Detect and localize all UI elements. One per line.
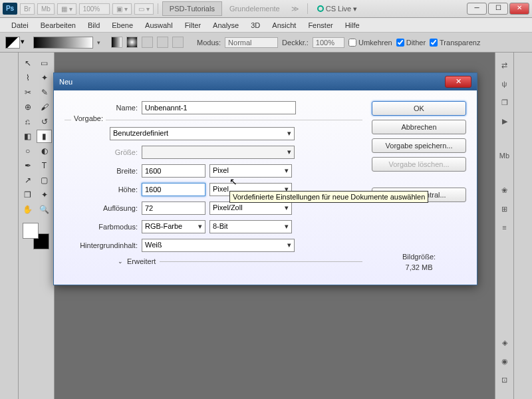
panel-icon[interactable]: ▶ (499, 115, 511, 127)
color-swatches[interactable] (23, 223, 49, 249)
collapsed-panel-right[interactable] (513, 53, 532, 399)
height-input[interactable] (142, 183, 205, 196)
panel-icon[interactable]: ◉ (499, 355, 511, 367)
panel-icon[interactable]: ≡ (499, 221, 511, 233)
resolution-label: Auflösung: (65, 204, 138, 212)
window-close-button[interactable]: ✕ (509, 3, 529, 15)
reverse-checkbox[interactable]: Umkehren (348, 39, 392, 47)
panel-icon[interactable]: ⊡ (499, 374, 511, 386)
menu-3d[interactable]: 3D (245, 19, 266, 31)
blur-tool-icon[interactable]: ○ (20, 144, 35, 158)
hand-tool-icon[interactable]: ✋ (20, 203, 35, 216)
bitdepth-dropdown[interactable]: 8-Bit (209, 220, 292, 233)
window-minimize-button[interactable]: ─ (467, 3, 487, 15)
brush-tool-icon[interactable]: 🖌 (37, 100, 52, 114)
menu-analyse[interactable]: Analyse (207, 19, 245, 31)
panel-icon[interactable]: ⇄ (499, 59, 511, 71)
name-input[interactable] (142, 101, 296, 114)
lasso-tool-icon[interactable]: ⌇ (20, 71, 35, 84)
more-tabs-icon[interactable]: ≫ (287, 5, 303, 13)
save-preset-button[interactable]: Vorgabe speichern... (372, 138, 466, 153)
panel-icon[interactable]: ◈ (499, 336, 511, 348)
workspace-tab-psd[interactable]: PSD-Tutorials (162, 1, 222, 16)
heal-tool-icon[interactable]: ⊕ (20, 100, 35, 114)
dither-checkbox[interactable]: Dither (396, 39, 426, 47)
menu-hilfe[interactable]: Hilfe (339, 19, 366, 31)
width-input[interactable] (142, 164, 205, 178)
cancel-button[interactable]: Abbrechen (372, 120, 466, 134)
gradient-angular-icon[interactable] (142, 37, 153, 48)
opacity-dropdown[interactable]: 100% (313, 37, 344, 48)
menu-fenster[interactable]: Fenster (302, 19, 338, 31)
transparency-checkbox[interactable]: Transparenz (430, 39, 480, 47)
gradient-diamond-icon[interactable] (172, 37, 184, 48)
size-label: Größe: (65, 148, 138, 156)
foreground-color-swatch[interactable] (23, 223, 39, 239)
background-label: Hintergrundinhalt: (65, 241, 138, 249)
eyedropper-tool-icon[interactable]: ✎ (37, 86, 52, 99)
crop-tool-icon[interactable]: ✂ (20, 86, 35, 99)
panel-icon[interactable]: ❐ (499, 96, 511, 108)
preset-dropdown[interactable]: Benutzerdefiniert (110, 127, 295, 140)
dodge-tool-icon[interactable]: ◐ (37, 144, 52, 158)
panel-icon[interactable]: ψ (499, 78, 511, 90)
screenmode-button[interactable]: ▭ ▾ (134, 3, 154, 15)
menu-filter[interactable]: Filter (179, 19, 207, 31)
pen-tool-icon[interactable]: ✒ (20, 159, 35, 172)
mode-label: Modus: (197, 39, 221, 47)
resolution-unit-dropdown[interactable]: Pixel/Zoll (209, 201, 292, 215)
menu-bearbeiten[interactable]: Bearbeiten (35, 19, 82, 31)
3d-tool-icon[interactable]: ❐ (20, 188, 35, 201)
minibridge-button[interactable]: Mb (37, 3, 55, 15)
dialog-close-button[interactable]: ✕ (445, 76, 471, 88)
dialog-title: Neu (59, 78, 72, 86)
window-maximize-button[interactable]: ☐ (488, 3, 508, 15)
type-tool-icon[interactable]: T (37, 159, 52, 172)
viewmode-dropdown[interactable]: ▦ ▾ (57, 3, 76, 15)
panel-icon[interactable]: ⊞ (499, 203, 511, 215)
menu-ebene[interactable]: Ebene (106, 19, 139, 31)
zoom-tool-icon[interactable]: 🔍 (37, 203, 52, 216)
menubar: Datei Bearbeiten Bild Ebene Auswahl Filt… (0, 18, 532, 33)
dialog-titlebar[interactable]: Neu ✕ (54, 73, 477, 90)
tool-preset-dropdown[interactable]: ▾ (5, 37, 20, 49)
bridge-button[interactable]: Br (20, 3, 35, 15)
gradient-radial-icon[interactable] (126, 37, 138, 48)
wand-tool-icon[interactable]: ✦ (37, 71, 52, 84)
width-unit-dropdown[interactable]: Pixel (209, 164, 292, 178)
gradient-reflected-icon[interactable] (157, 37, 168, 48)
background-dropdown[interactable]: Weiß (142, 239, 295, 252)
panel-icon[interactable]: Mb (499, 150, 511, 162)
advanced-toggle[interactable]: ⌄ Erweitert (118, 257, 362, 265)
zoom-dropdown[interactable]: 100% (79, 3, 110, 15)
panel-icon[interactable]: ❀ (499, 184, 511, 196)
gradient-preview[interactable] (33, 37, 93, 49)
menu-bild[interactable]: Bild (82, 19, 106, 31)
menu-auswahl[interactable]: Auswahl (139, 19, 179, 31)
shape-tool-icon[interactable]: ▢ (37, 174, 52, 187)
menu-ansicht[interactable]: Ansicht (266, 19, 302, 31)
new-document-dialog: Neu ✕ Name: Vorgabe: Benutzerdefiniert G… (53, 72, 477, 285)
marquee-tool-icon[interactable]: ▭ (37, 57, 52, 70)
history-tool-icon[interactable]: ↺ (37, 115, 52, 128)
ps-logo: Ps (3, 3, 17, 15)
filesize-label: Bildgröße: (372, 253, 466, 261)
stamp-tool-icon[interactable]: ⎌ (20, 115, 35, 128)
size-dropdown (142, 146, 295, 159)
tooltip: Vordefinierte Einstellungen für neue Dok… (229, 191, 428, 203)
gradient-linear-icon[interactable] (111, 37, 122, 48)
move-tool-icon[interactable]: ↖ (20, 57, 35, 70)
workspace-tab-grund[interactable]: Grundelemente (222, 1, 287, 16)
arrange-button[interactable]: ▣ ▾ (112, 3, 132, 15)
collapsed-panel-left[interactable] (0, 53, 19, 399)
cslive-button[interactable]: CS Live ▾ (312, 5, 363, 13)
mode-dropdown[interactable]: Normal (225, 37, 278, 48)
chevron-down-icon: ⌄ (118, 258, 123, 265)
name-label: Name: (65, 104, 138, 112)
colormode-dropdown[interactable]: RGB-Farbe (142, 220, 205, 233)
path-tool-icon[interactable]: ↗ (20, 174, 35, 187)
menu-datei[interactable]: Datei (5, 19, 35, 31)
resolution-input[interactable] (142, 201, 205, 215)
ok-button[interactable]: OK (372, 101, 466, 116)
camera-tool-icon[interactable]: ✦ (37, 188, 52, 201)
